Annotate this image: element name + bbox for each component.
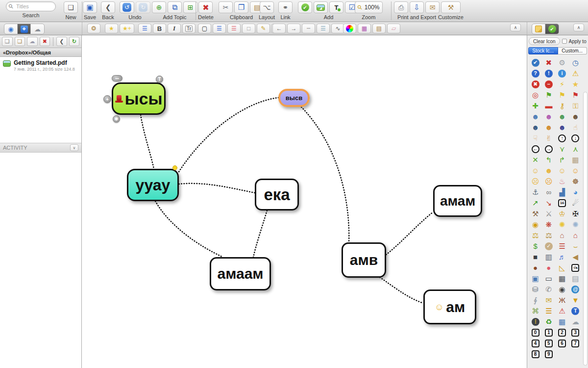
arrow-down-circle-icon[interactable]: ↓: [569, 133, 582, 143]
cloud-icon[interactable]: ☁: [569, 316, 582, 327]
books-icon[interactable]: ☰: [556, 241, 569, 251]
add-image-button[interactable]: ◢: [314, 1, 328, 13]
cut-button[interactable]: ✂: [219, 1, 233, 13]
envelope-icon[interactable]: ✉: [542, 295, 555, 305]
users-icon[interactable]: ☻: [556, 111, 569, 122]
back-button[interactable]: ❮: [101, 1, 115, 13]
bomb-icon[interactable]: ☄: [569, 198, 582, 208]
redo-button[interactable]: ↻: [136, 1, 150, 13]
warning-icon[interactable]: ⚠: [569, 68, 582, 79]
new-button[interactable]: ❏: [64, 1, 78, 13]
more-handle[interactable]: •••: [112, 75, 122, 81]
digit-9-icon[interactable]: 9: [542, 349, 555, 359]
digit-0-icon[interactable]: 0: [529, 327, 542, 338]
football-icon[interactable]: ●: [529, 263, 542, 273]
mindmap-node-amaam[interactable]: амаам: [210, 257, 271, 290]
font-size-button[interactable]: Tr: [182, 24, 196, 33]
question-icon[interactable]: ?: [529, 68, 542, 79]
anchor-icon[interactable]: ⚓: [529, 187, 542, 197]
chart-down-icon[interactable]: ↘: [542, 198, 555, 208]
multicolor-style-button[interactable]: ☰: [227, 24, 241, 33]
puzzle-icon[interactable]: ⌘: [529, 306, 542, 316]
phone-icon[interactable]: ✆: [542, 284, 555, 294]
digit-7-icon[interactable]: 7: [569, 338, 582, 348]
turn-right-arrow-icon[interactable]: ↱: [556, 155, 569, 165]
spreadsheet-icon[interactable]: ▦: [556, 316, 569, 327]
notes-panel-button[interactable]: [532, 24, 545, 34]
new-image-file-button[interactable]: ❏: [15, 37, 25, 46]
zoom-button[interactable]: ⚲ 100%: [355, 1, 383, 13]
node-shape-button[interactable]: ▢: [198, 24, 211, 33]
color-wheel-button[interactable]: [343, 24, 356, 33]
dollar-icon[interactable]: $: [529, 241, 542, 251]
clear-icon-button[interactable]: Clear Icon: [529, 37, 560, 45]
mindmap-node-am[interactable]: ☺ам: [423, 289, 476, 324]
highlight-button[interactable]: ✎: [257, 24, 270, 33]
flag-yellow-icon[interactable]: ⚑: [556, 90, 569, 100]
minus-icon[interactable]: ▬: [542, 101, 555, 111]
flag-red-icon[interactable]: ⚑: [569, 90, 582, 100]
lock-icon[interactable]: ⚿: [569, 101, 582, 111]
add-topic-button[interactable]: ⊕: [152, 1, 166, 13]
add-task-button[interactable]: ✔: [298, 1, 312, 13]
flag-green-icon[interactable]: ⚑: [542, 90, 555, 100]
set-square-icon[interactable]: ◺: [556, 263, 569, 273]
mindmap-node-eka[interactable]: ека: [255, 179, 299, 210]
laptop-icon[interactable]: ▭: [542, 273, 555, 284]
exclamation-icon[interactable]: !: [542, 68, 555, 79]
mindmap-node-ysy[interactable]: ысы: [112, 82, 166, 115]
cross-arrows-icon[interactable]: ✕: [529, 155, 542, 165]
pill-icon[interactable]: ●: [542, 263, 555, 273]
digit-6-icon[interactable]: 6: [556, 338, 569, 348]
delete-button[interactable]: ✖: [198, 1, 213, 13]
smiley-icon[interactable]: ☺: [529, 165, 542, 176]
road-warning-icon[interactable]: ⚠: [556, 306, 569, 316]
user-police-icon[interactable]: ☻: [529, 122, 542, 132]
digit-3-icon[interactable]: 3: [569, 327, 582, 338]
turn-left-arrow-icon[interactable]: ↰: [542, 155, 555, 165]
sync-button[interactable]: ↻: [69, 37, 80, 46]
send-email-button[interactable]: ✉: [425, 1, 440, 13]
tab-stock-icons[interactable]: Stock Ic...: [528, 47, 558, 54]
node-marker-dot[interactable]: [172, 165, 177, 170]
swatch-grid-button[interactable]: ▦: [358, 24, 371, 33]
document-icon[interactable]: ▤: [569, 273, 582, 284]
bulb-off-icon[interactable]: ✺: [569, 219, 582, 230]
add-subtopic-button[interactable]: ⧉: [168, 1, 182, 13]
binoculars-icon[interactable]: ∞: [542, 187, 555, 197]
copy-button[interactable]: ❐: [234, 1, 248, 13]
medal-icon[interactable]: ◉: [529, 219, 542, 230]
crown-icon[interactable]: ♔: [556, 209, 569, 219]
bulb-on-icon[interactable]: ✺: [556, 219, 569, 230]
dropbox-segment-button[interactable]: ❖: [18, 24, 31, 34]
add-favorite-button[interactable]: ★+: [120, 24, 134, 33]
collapse-toolbar-button[interactable]: ∧: [510, 24, 521, 31]
digit-2-icon[interactable]: 2: [556, 327, 569, 338]
mindmap-node-amam[interactable]: амам: [433, 185, 482, 217]
email-at-icon[interactable]: @: [569, 284, 582, 294]
curve-style-button[interactable]: ∿: [331, 24, 344, 33]
tab-custom-icons[interactable]: Custom...: [558, 47, 588, 54]
bar-chart-icon[interactable]: ▟: [556, 187, 569, 197]
bug-icon[interactable]: Ж: [556, 295, 569, 305]
merge-arrows-icon[interactable]: ⋏: [569, 144, 582, 154]
split-arrows-icon[interactable]: ⋎: [556, 144, 569, 154]
new-file-button[interactable]: ❏: [2, 37, 13, 46]
house-icon[interactable]: ⌂: [556, 230, 569, 240]
shield-icon[interactable]: ▼: [569, 295, 582, 305]
delete-x-icon[interactable]: ✖: [542, 57, 555, 68]
save-button[interactable]: ▣: [83, 1, 97, 13]
keypad-icon[interactable]: ▦: [556, 273, 569, 284]
user-business-icon[interactable]: ☻: [569, 111, 582, 122]
lightning-icon[interactable]: ⚡: [556, 79, 569, 89]
delete-file-button[interactable]: ✖: [40, 37, 50, 46]
thumb-up-icon[interactable]: ☝: [569, 122, 582, 132]
speaker-icon[interactable]: ◀: [569, 252, 582, 262]
cake-icon[interactable]: ♨: [556, 176, 569, 186]
customize-button[interactable]: ⚒: [441, 1, 461, 13]
digit-8-icon[interactable]: 8: [529, 349, 542, 359]
pie-chart-icon[interactable]: ◕: [569, 187, 582, 197]
palette-button[interactable]: ❂: [87, 24, 100, 33]
align-button[interactable]: ☰: [138, 24, 151, 33]
eraser-button[interactable]: ▱: [387, 24, 400, 33]
